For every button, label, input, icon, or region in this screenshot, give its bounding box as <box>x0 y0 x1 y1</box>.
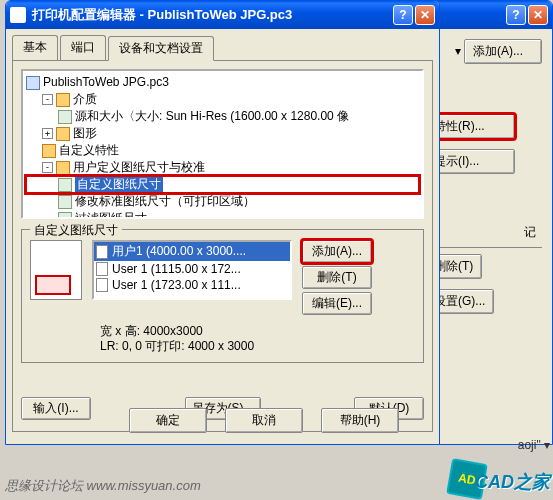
printer-icon <box>26 76 40 90</box>
list-button-column: 添加(A)... 删除(T) 编辑(E)... <box>302 240 372 318</box>
help-icon[interactable]: ? <box>393 5 413 25</box>
watermark-text: 思缘设计论坛 www.missyuan.com <box>5 477 201 495</box>
titlebar[interactable]: 打印机配置编辑器 - PublishToWeb JPG.pc3 ? ✕ <box>6 1 439 29</box>
paper-preview-icon <box>30 240 82 300</box>
chevron-down-icon[interactable]: ▾ <box>455 44 461 58</box>
memo-label: 记 <box>425 224 542 241</box>
expand-icon[interactable]: + <box>42 128 53 139</box>
printer-icon <box>10 7 26 23</box>
input-button[interactable]: 输入(I)... <box>21 397 91 420</box>
leaf-icon <box>58 178 72 192</box>
settings-tree[interactable]: PublishToWeb JPG.pc3 -介质 源和大小〈大小: Sun Hi… <box>21 69 424 219</box>
client-area: 基本 端口 设备和文档设置 PublishToWeb JPG.pc3 -介质 源… <box>6 29 439 438</box>
tab-device-doc-settings[interactable]: 设备和文档设置 <box>108 36 214 61</box>
list-item[interactable]: User 1 (1115.00 x 172... <box>94 261 290 277</box>
custom-paper-size-group: 自定义图纸尺寸 用户1 (4000.00 x 3000.... User 1 (… <box>21 229 424 363</box>
close-icon[interactable]: ✕ <box>528 5 548 25</box>
ok-button[interactable]: 确定 <box>129 408 207 433</box>
folder-icon <box>56 93 70 107</box>
page-icon <box>96 262 108 276</box>
folder-icon <box>56 127 70 141</box>
tree-item-custom-paper-size[interactable]: 自定义图纸尺寸 <box>26 176 419 193</box>
leaf-icon <box>58 212 72 220</box>
size-info: 宽 x 高: 4000x3000 LR: 0, 0 可打印: 4000 x 30… <box>30 324 415 354</box>
list-item[interactable]: User 1 (1723.00 x 111... <box>94 277 290 293</box>
tree-item[interactable]: 过滤图纸尺寸 <box>26 210 419 219</box>
tab-strip: 基本 端口 设备和文档设置 <box>12 35 433 61</box>
cancel-button[interactable]: 取消 <box>225 408 303 433</box>
add-button[interactable]: 添加(A)... <box>302 240 372 263</box>
logo-text: CAD之家 <box>475 470 550 494</box>
list-item[interactable]: 用户1 (4000.00 x 3000.... <box>94 242 290 261</box>
bg-suffix-text: aoji" ▾ <box>518 438 550 452</box>
tree-item[interactable]: 修改标准图纸尺寸（可打印区域） <box>26 193 419 210</box>
printer-config-editor-window: 打印机配置编辑器 - PublishToWeb JPG.pc3 ? ✕ 基本 端… <box>5 0 440 445</box>
folder-icon <box>42 144 56 158</box>
chevron-down-icon[interactable]: ▾ <box>544 438 550 452</box>
tree-item[interactable]: -介质 <box>26 91 419 108</box>
tab-basic[interactable]: 基本 <box>12 35 58 60</box>
window-title: 打印机配置编辑器 - PublishToWeb JPG.pc3 <box>30 6 391 24</box>
delete-button[interactable]: 删除(T) <box>302 266 372 289</box>
collapse-icon[interactable]: - <box>42 162 53 173</box>
page-icon <box>96 278 108 292</box>
tree-item[interactable]: 源和大小〈大小: Sun Hi-Res (1600.00 x 1280.00 像 <box>26 108 419 125</box>
group-title: 自定义图纸尺寸 <box>30 222 122 239</box>
paper-size-list[interactable]: 用户1 (4000.00 x 3000.... User 1 (1115.00 … <box>92 240 292 300</box>
help-button[interactable]: 帮助(H) <box>321 408 399 433</box>
add-button[interactable]: 添加(A)... <box>464 39 542 64</box>
leaf-icon <box>58 110 72 124</box>
edit-button[interactable]: 编辑(E)... <box>302 292 372 315</box>
page-icon <box>96 245 108 259</box>
tree-item[interactable]: -用户定义图纸尺寸与校准 <box>26 159 419 176</box>
help-icon[interactable]: ? <box>506 5 526 25</box>
close-icon[interactable]: ✕ <box>415 5 435 25</box>
tree-item[interactable]: 自定义特性 <box>26 142 419 159</box>
tree-root[interactable]: PublishToWeb JPG.pc3 <box>26 74 419 91</box>
tree-item[interactable]: +图形 <box>26 125 419 142</box>
tab-port[interactable]: 端口 <box>60 35 106 60</box>
dialog-button-row: 确定 取消 帮助(H) <box>129 408 399 436</box>
collapse-icon[interactable]: - <box>42 94 53 105</box>
tab-panel: PublishToWeb JPG.pc3 -介质 源和大小〈大小: Sun Hi… <box>12 60 433 432</box>
folder-icon <box>56 161 70 175</box>
leaf-icon <box>58 195 72 209</box>
